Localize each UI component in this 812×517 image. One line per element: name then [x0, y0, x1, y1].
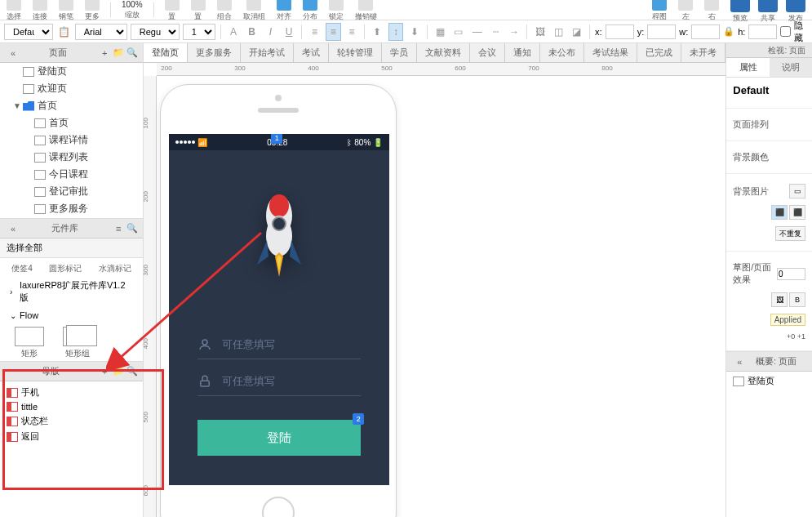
size-select[interactable]: 13: [183, 24, 215, 40]
outline-item[interactable]: 登陆页: [726, 372, 812, 390]
tab-properties[interactable]: 属性: [726, 58, 769, 77]
tab[interactable]: 开始考试: [241, 43, 294, 62]
valign-top-icon[interactable]: ⬆: [370, 23, 385, 41]
tool-more[interactable]: 更多: [82, 0, 102, 22]
add-master-icon[interactable]: +: [99, 366, 110, 377]
tab[interactable]: 登陆页: [144, 43, 188, 63]
paste-style-icon[interactable]: 📋: [56, 23, 72, 41]
page-item[interactable]: 登陆页: [0, 63, 143, 80]
y-input[interactable]: [647, 25, 676, 39]
page-item[interactable]: 更多服务: [0, 200, 143, 217]
bold-icon[interactable]: B: [244, 23, 260, 41]
tool-flowchart[interactable]: 程图: [650, 0, 669, 22]
page-item[interactable]: 欢迎页: [0, 80, 143, 97]
line-style-icon[interactable]: ┄: [488, 23, 504, 41]
font-btn[interactable]: B: [789, 292, 805, 307]
master-item[interactable]: 返回: [0, 429, 143, 444]
no-repeat-button[interactable]: 不重复: [775, 226, 805, 241]
text-color-icon[interactable]: A: [226, 23, 242, 41]
h-input[interactable]: [748, 25, 777, 39]
tab[interactable]: 未开考: [681, 43, 725, 62]
flow-toggle[interactable]: ⌄Flow: [3, 307, 140, 323]
tool-ungroup[interactable]: 取消组: [241, 0, 268, 22]
shadow-inner-icon[interactable]: ◪: [570, 23, 585, 41]
login-button[interactable]: 登陆 2: [197, 420, 361, 456]
tool-undo[interactable]: 撤销键: [353, 0, 379, 22]
underline-icon[interactable]: U: [282, 23, 297, 41]
w-input[interactable]: [691, 25, 720, 39]
folder-item[interactable]: ▼首页: [0, 97, 143, 114]
collapse-icon[interactable]: «: [7, 47, 19, 59]
phone-mockup[interactable]: 1 📶 05:28 ᛒ 80% 🔋: [160, 84, 397, 517]
tab[interactable]: 学员: [382, 43, 417, 62]
tool-front[interactable]: 置: [162, 0, 182, 22]
tab-notes[interactable]: 说明: [770, 58, 812, 77]
search-icon[interactable]: 🔍: [126, 47, 138, 59]
add-folder-icon[interactable]: 📁: [113, 366, 124, 377]
tab[interactable]: 通知: [505, 43, 540, 62]
valign-middle-icon[interactable]: ↕: [388, 23, 404, 41]
tool-preview[interactable]: 预览: [728, 0, 752, 24]
tool-left[interactable]: 左: [676, 0, 695, 22]
footnote-marker[interactable]: 1: [271, 134, 282, 144]
tool-select[interactable]: 选择: [4, 0, 24, 22]
align-center-icon[interactable]: ≡: [326, 23, 341, 41]
font-select[interactable]: Arial: [75, 24, 127, 40]
x-input[interactable]: [606, 25, 634, 39]
collapse-icon[interactable]: «: [7, 223, 19, 234]
add-folder-icon[interactable]: 📁: [113, 47, 124, 59]
align-right-icon[interactable]: ≡: [344, 23, 360, 41]
line-color-icon[interactable]: ▭: [451, 23, 467, 41]
tab[interactable]: 已完成: [637, 43, 681, 62]
options-icon[interactable]: ≡: [113, 223, 124, 234]
select-all-label[interactable]: 选择全部: [0, 238, 143, 258]
align-btn[interactable]: ⬛: [789, 205, 805, 220]
page-item[interactable]: 首页: [0, 114, 143, 131]
tool-back[interactable]: 置: [189, 0, 208, 22]
search-icon[interactable]: 🔍: [126, 223, 138, 234]
page-item[interactable]: 今日课程: [0, 166, 143, 183]
arrow-icon[interactable]: →: [507, 23, 522, 41]
tab[interactable]: 考试: [294, 43, 329, 62]
footnote-marker[interactable]: 2: [353, 413, 364, 425]
tab[interactable]: 文献资料: [417, 43, 470, 62]
master-item[interactable]: 手机: [0, 385, 143, 400]
line-width-icon[interactable]: —: [469, 23, 485, 41]
tool-share[interactable]: 共享: [756, 0, 780, 24]
sketch-input[interactable]: [777, 268, 805, 280]
page-item[interactable]: 课程列表: [0, 149, 143, 166]
hidden-checkbox[interactable]: [780, 26, 791, 37]
italic-icon[interactable]: I: [263, 23, 278, 41]
master-item[interactable]: tittle: [0, 400, 143, 413]
align-btn[interactable]: ⬛: [771, 205, 788, 220]
tool-zoom[interactable]: 100%缩放: [119, 0, 145, 20]
align-left-icon[interactable]: ≡: [307, 23, 322, 41]
password-field[interactable]: 可任意填写: [197, 367, 361, 396]
canvas-content[interactable]: 1 📶 05:28 ᛒ 80% 🔋: [144, 76, 725, 517]
username-field[interactable]: 可任意填写: [197, 330, 361, 359]
library-toggle[interactable]: ›IaxureRP8扩展元件库V1.2版: [3, 276, 140, 307]
tool-connect[interactable]: 连接: [30, 0, 50, 22]
widget-rect-group[interactable]: 矩形组: [55, 327, 100, 359]
page-item[interactable]: 登记审批: [0, 183, 143, 200]
style-select[interactable]: Default: [4, 24, 53, 40]
widget-rect[interactable]: 矩形: [7, 327, 51, 359]
tool-group[interactable]: 组合: [215, 0, 234, 22]
shadow-outer-icon[interactable]: ◫: [551, 23, 566, 41]
tab[interactable]: 轮转管理: [329, 43, 382, 62]
weight-select[interactable]: Regular: [131, 24, 180, 40]
add-page-icon[interactable]: +: [99, 47, 110, 59]
image-picker-button[interactable]: ▭: [789, 184, 805, 198]
tool-align[interactable]: 对齐: [274, 0, 294, 22]
tool-right[interactable]: 右: [702, 0, 721, 22]
tool-lock[interactable]: 锁定: [326, 0, 346, 22]
collapse-icon[interactable]: «: [734, 356, 745, 368]
search-icon[interactable]: 🔍: [126, 366, 138, 377]
tab[interactable]: 会议: [470, 43, 505, 62]
tool-distribute[interactable]: 分布: [300, 0, 320, 22]
master-item[interactable]: 状态栏: [0, 413, 143, 429]
tab[interactable]: 考试结果: [584, 43, 637, 62]
image-icon[interactable]: 🖼: [532, 23, 548, 41]
color-btn[interactable]: 🖼: [771, 292, 788, 307]
tool-pen[interactable]: 钢笔: [56, 0, 76, 22]
